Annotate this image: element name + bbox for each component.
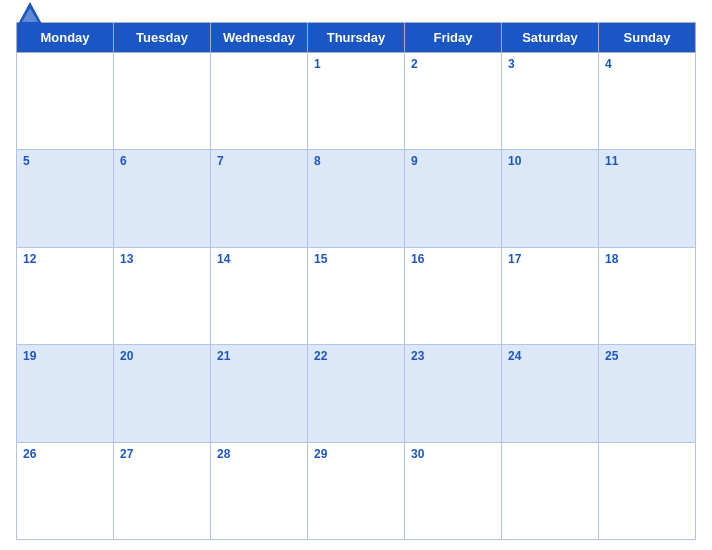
weekday-friday: Friday bbox=[405, 23, 502, 53]
day-number: 3 bbox=[508, 57, 515, 71]
calendar-week-row: 1234 bbox=[17, 53, 696, 150]
calendar-day-cell: 21 bbox=[211, 345, 308, 442]
calendar-day-cell: 29 bbox=[308, 442, 405, 539]
logo bbox=[16, 0, 48, 28]
calendar-day-cell bbox=[17, 53, 114, 150]
day-number: 10 bbox=[508, 154, 521, 168]
calendar-day-cell: 30 bbox=[405, 442, 502, 539]
calendar-day-cell: 7 bbox=[211, 150, 308, 247]
day-number: 4 bbox=[605, 57, 612, 71]
weekday-header-row: MondayTuesdayWednesdayThursdayFridaySatu… bbox=[17, 23, 696, 53]
day-number: 14 bbox=[217, 252, 230, 266]
calendar-day-cell: 24 bbox=[502, 345, 599, 442]
calendar-day-cell: 19 bbox=[17, 345, 114, 442]
day-number: 21 bbox=[217, 349, 230, 363]
calendar-day-cell: 1 bbox=[308, 53, 405, 150]
calendar-day-cell: 11 bbox=[599, 150, 696, 247]
day-number: 26 bbox=[23, 447, 36, 461]
logo-icon bbox=[16, 0, 44, 28]
calendar-day-cell: 27 bbox=[114, 442, 211, 539]
calendar-day-cell: 15 bbox=[308, 247, 405, 344]
day-number: 27 bbox=[120, 447, 133, 461]
calendar-day-cell: 22 bbox=[308, 345, 405, 442]
calendar-day-cell bbox=[211, 53, 308, 150]
calendar-day-cell bbox=[502, 442, 599, 539]
day-number: 18 bbox=[605, 252, 618, 266]
calendar-day-cell: 3 bbox=[502, 53, 599, 150]
day-number: 7 bbox=[217, 154, 224, 168]
weekday-saturday: Saturday bbox=[502, 23, 599, 53]
calendar-table: MondayTuesdayWednesdayThursdayFridaySatu… bbox=[16, 22, 696, 540]
calendar-day-cell: 18 bbox=[599, 247, 696, 344]
day-number: 25 bbox=[605, 349, 618, 363]
day-number: 23 bbox=[411, 349, 424, 363]
day-number: 12 bbox=[23, 252, 36, 266]
day-number: 19 bbox=[23, 349, 36, 363]
day-number: 29 bbox=[314, 447, 327, 461]
day-number: 30 bbox=[411, 447, 424, 461]
day-number: 1 bbox=[314, 57, 321, 71]
day-number: 5 bbox=[23, 154, 30, 168]
calendar-day-cell: 26 bbox=[17, 442, 114, 539]
day-number: 22 bbox=[314, 349, 327, 363]
calendar-week-row: 12131415161718 bbox=[17, 247, 696, 344]
day-number: 13 bbox=[120, 252, 133, 266]
calendar-day-cell: 9 bbox=[405, 150, 502, 247]
calendar-week-row: 2627282930 bbox=[17, 442, 696, 539]
calendar-day-cell: 17 bbox=[502, 247, 599, 344]
weekday-thursday: Thursday bbox=[308, 23, 405, 53]
day-number: 16 bbox=[411, 252, 424, 266]
day-number: 20 bbox=[120, 349, 133, 363]
calendar-day-cell: 23 bbox=[405, 345, 502, 442]
day-number: 15 bbox=[314, 252, 327, 266]
calendar-day-cell: 2 bbox=[405, 53, 502, 150]
calendar-day-cell: 12 bbox=[17, 247, 114, 344]
calendar-day-cell: 28 bbox=[211, 442, 308, 539]
calendar-week-row: 19202122232425 bbox=[17, 345, 696, 442]
calendar-day-cell: 13 bbox=[114, 247, 211, 344]
day-number: 2 bbox=[411, 57, 418, 71]
calendar-day-cell bbox=[114, 53, 211, 150]
calendar-day-cell: 5 bbox=[17, 150, 114, 247]
calendar-day-cell: 14 bbox=[211, 247, 308, 344]
weekday-tuesday: Tuesday bbox=[114, 23, 211, 53]
calendar-day-cell: 8 bbox=[308, 150, 405, 247]
day-number: 24 bbox=[508, 349, 521, 363]
day-number: 28 bbox=[217, 447, 230, 461]
calendar-day-cell: 10 bbox=[502, 150, 599, 247]
day-number: 17 bbox=[508, 252, 521, 266]
calendar-day-cell: 16 bbox=[405, 247, 502, 344]
calendar-day-cell: 25 bbox=[599, 345, 696, 442]
calendar-day-cell: 6 bbox=[114, 150, 211, 247]
calendar-day-cell: 4 bbox=[599, 53, 696, 150]
calendar-week-row: 567891011 bbox=[17, 150, 696, 247]
day-number: 9 bbox=[411, 154, 418, 168]
calendar-day-cell: 20 bbox=[114, 345, 211, 442]
calendar-header bbox=[16, 10, 696, 18]
day-number: 11 bbox=[605, 154, 618, 168]
weekday-sunday: Sunday bbox=[599, 23, 696, 53]
day-number: 6 bbox=[120, 154, 127, 168]
calendar-day-cell bbox=[599, 442, 696, 539]
weekday-wednesday: Wednesday bbox=[211, 23, 308, 53]
day-number: 8 bbox=[314, 154, 321, 168]
